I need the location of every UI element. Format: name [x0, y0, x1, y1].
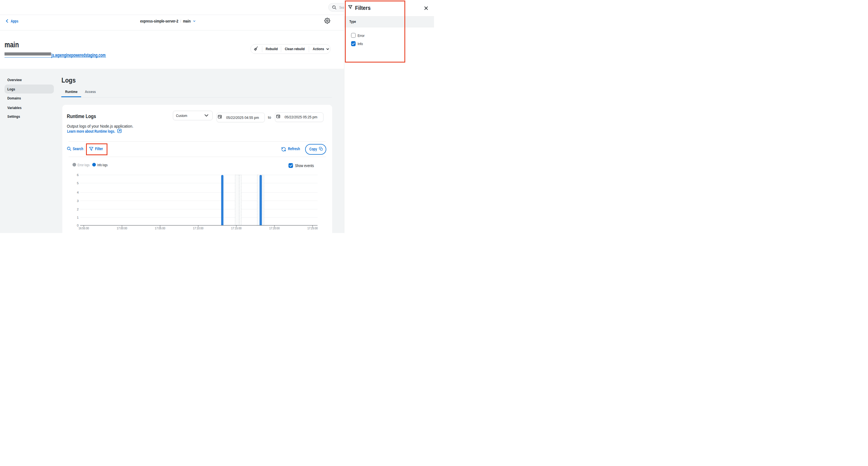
svg-text:6: 6 — [77, 173, 79, 177]
svg-text:17:00:00: 17:00:00 — [117, 227, 127, 230]
svg-text:16:55:00: 16:55:00 — [79, 227, 89, 230]
svg-text:17:15:00: 17:15:00 — [231, 227, 242, 230]
svg-text:5: 5 — [77, 181, 79, 185]
svg-text:3: 3 — [77, 199, 79, 203]
svg-text:17:25:00: 17:25:00 — [307, 227, 318, 230]
svg-text:4: 4 — [77, 191, 79, 194]
svg-text:17:20:00: 17:20:00 — [269, 227, 280, 230]
svg-text:17:10:00: 17:10:00 — [193, 227, 203, 230]
svg-text:2: 2 — [77, 208, 79, 211]
svg-text:1: 1 — [77, 216, 79, 219]
svg-text:17:05:00: 17:05:00 — [155, 227, 165, 230]
